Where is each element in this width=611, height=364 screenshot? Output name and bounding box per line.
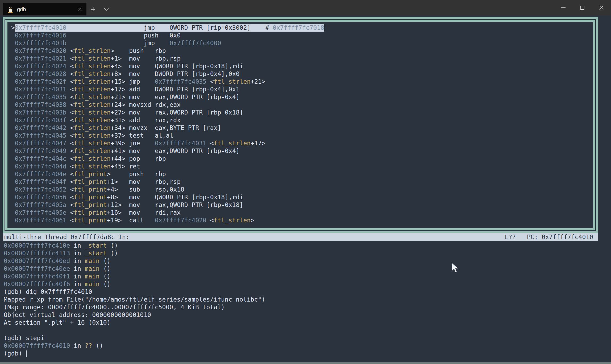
asm-row: 0x7ffff7fc403f <ftl_strlen+31> add rax,r… <box>11 116 593 124</box>
asm-row: 0x7ffff7fc4049 <ftl_strlen+41> mov eax,D… <box>11 147 593 155</box>
current-instruction-marker <box>11 186 15 193</box>
current-instruction-marker <box>11 140 15 147</box>
current-instruction-marker <box>11 78 15 85</box>
current-instruction-marker: > <box>11 24 15 31</box>
asm-row: 0x7ffff7fc4045 <ftl_strlen+37> test al,a… <box>11 132 593 139</box>
current-instruction-marker <box>11 117 15 124</box>
highlighted-instruction: 0x7ffff7fc4010 jmp QWORD PTR [rip+0x3002… <box>15 24 324 32</box>
maximize-button[interactable] <box>573 0 592 15</box>
asm-row: 0x7ffff7fc4047 <ftl_strlen+39> jne 0x7ff… <box>11 139 593 147</box>
asm-row: 0x7ffff7fc405e <ftl_print+16> mov rdi,ra… <box>11 209 593 217</box>
window-bottom-edge <box>0 362 611 364</box>
console-line: 0x00007ffff7fc4113 in _start () <box>4 249 611 257</box>
current-instruction-marker <box>11 86 15 93</box>
asm-row: 0x7ffff7fc4042 <ftl_strlen+34> movzx eax… <box>11 124 593 132</box>
current-instruction-marker <box>11 163 15 170</box>
close-button[interactable] <box>592 0 611 15</box>
console-line: Mapped r-xp from File("/home/amos/ftl/el… <box>4 296 611 303</box>
asm-row: 0x7ffff7fc404c <ftl_strlen+44> pop rbp <box>11 155 593 163</box>
current-instruction-marker <box>11 63 15 70</box>
current-instruction-marker <box>11 194 15 201</box>
status-thread-info: multi-thre Thread 0x7ffff7da8c In: <box>4 234 130 240</box>
asm-row: 0x7ffff7fc4021 <ftl_strlen+1> mov rbp,rs… <box>11 55 593 62</box>
asm-row: 0x7ffff7fc403b <ftl_strlen+27> mov rax,Q… <box>11 109 593 116</box>
gdb-console[interactable]: 0x00007ffff7fc410e in _start ()0x00007ff… <box>4 242 611 357</box>
gdb-status-bar: multi-thre Thread 0x7ffff7da8c In: L?? P… <box>3 233 598 241</box>
asm-row: 0x7ffff7fc401b jmp 0x7ffff7fc4000 <box>11 39 593 47</box>
tab-gdb[interactable]: gdb <box>3 3 86 15</box>
asm-row: 0x7ffff7fc4061 <ftl_print+19> call 0x7ff… <box>11 217 593 224</box>
current-instruction-marker <box>11 47 15 54</box>
current-instruction-marker <box>11 178 15 185</box>
asm-row: 0x7ffff7fc4038 <ftl_strlen+24> movsxd rd… <box>11 101 593 109</box>
minimize-button[interactable] <box>554 0 573 15</box>
current-instruction-marker <box>11 147 15 154</box>
current-instruction-marker <box>11 109 15 116</box>
current-instruction-marker <box>11 70 15 77</box>
close-icon <box>599 5 604 10</box>
asm-row: 0x7ffff7fc404e <ftl_print> push rbp <box>11 170 593 178</box>
console-line: 0x00007ffff7fc40f1 in main () <box>4 273 611 280</box>
new-tab-button[interactable] <box>86 3 100 15</box>
current-instruction-marker <box>11 32 15 39</box>
asm-row: 0x7ffff7fc404f <ftl_print+1> mov rbp,rsp <box>11 178 593 186</box>
asm-row: 0x7ffff7fc4028 <ftl_strlen+8> mov DWORD … <box>11 70 593 78</box>
console-line: Object virtual address: 0000000000001010 <box>4 311 611 319</box>
console-line: (gdb) <box>4 350 611 357</box>
status-pc-info: L?? PC: 0x7ffff7fc4010 <box>505 234 593 240</box>
current-instruction-marker <box>11 101 15 108</box>
asm-row: 0x7ffff7fc4031 <ftl_strlen+17> add DWORD… <box>11 86 593 93</box>
assembly-listing: >0x7ffff7fc4010 jmp QWORD PTR [rip+0x300… <box>7 22 593 228</box>
current-instruction-marker <box>11 217 15 224</box>
current-instruction-marker <box>11 94 15 100</box>
asm-row: 0x7ffff7fc404d <ftl_strlen+45> ret <box>11 163 593 170</box>
maximize-icon <box>580 6 584 10</box>
console-line: 0x00007ffff7fc40ed in main () <box>4 257 611 265</box>
tab-title: gdb <box>17 6 76 12</box>
current-instruction-marker <box>11 124 15 131</box>
current-instruction-marker <box>11 209 15 216</box>
current-instruction-marker <box>11 155 15 162</box>
asm-row: 0x7ffff7fc4056 <ftl_print+8> mov QWORD P… <box>11 193 593 201</box>
console-line: 0x00007ffff7fc410e in _start () <box>4 242 611 249</box>
console-line: (gdb) stepi <box>4 334 611 342</box>
assembly-panel-frame: >0x7ffff7fc4010 jmp QWORD PTR [rip+0x300… <box>3 17 598 233</box>
terminal-window: gdb >0x7ffff7fc4010 jmp QWORD PTR [rip+0… <box>0 0 611 364</box>
console-line <box>4 327 611 334</box>
console-line: (gdb) dig 0x7ffff7fc4010 <box>4 288 611 296</box>
tab-close-icon[interactable] <box>76 5 84 13</box>
console-line: (Map range: 00007ffff7fc4000..00007ffff7… <box>4 303 611 311</box>
asm-row: 0x7ffff7fc4016 push 0x0 <box>11 32 593 39</box>
terminal-content[interactable]: >0x7ffff7fc4010 jmp QWORD PTR [rip+0x300… <box>0 15 611 364</box>
console-line: 0x00007ffff7fc40f6 in main () <box>4 280 611 288</box>
minimize-icon <box>561 7 566 8</box>
asm-row: 0x7ffff7fc4052 <ftl_print+4> sub rsp,0x1… <box>11 186 593 193</box>
console-line: 0x00007ffff7fc40ee in main () <box>4 265 611 273</box>
asm-row: 0x7ffff7fc402f <ftl_strlen+15> jmp 0x7ff… <box>11 78 593 86</box>
title-bar: gdb <box>0 0 611 15</box>
caption-buttons <box>554 0 611 15</box>
current-instruction-marker <box>11 201 15 208</box>
current-instruction-marker <box>11 55 15 62</box>
text-cursor <box>26 350 27 357</box>
current-instruction-marker <box>11 40 15 46</box>
asm-row: 0x7ffff7fc4020 <ftl_strlen> push rbp <box>11 47 593 55</box>
linux-penguin-icon <box>7 6 14 13</box>
tab-dropdown-button[interactable] <box>100 3 113 15</box>
asm-row: >0x7ffff7fc4010 jmp QWORD PTR [rip+0x300… <box>11 24 593 32</box>
asm-row: 0x7ffff7fc4035 <ftl_strlen+21> mov eax,D… <box>11 93 593 101</box>
current-instruction-marker <box>11 171 15 177</box>
console-line: At section ".plt" + 16 (0x10) <box>4 319 611 327</box>
current-instruction-marker <box>11 132 15 139</box>
asm-row: 0x7ffff7fc405a <ftl_print+12> mov rax,QW… <box>11 201 593 209</box>
asm-row: 0x7ffff7fc4024 <ftl_strlen+4> mov QWORD … <box>11 62 593 70</box>
console-line: 0x00007ffff7fc4010 in ?? () <box>4 342 611 350</box>
